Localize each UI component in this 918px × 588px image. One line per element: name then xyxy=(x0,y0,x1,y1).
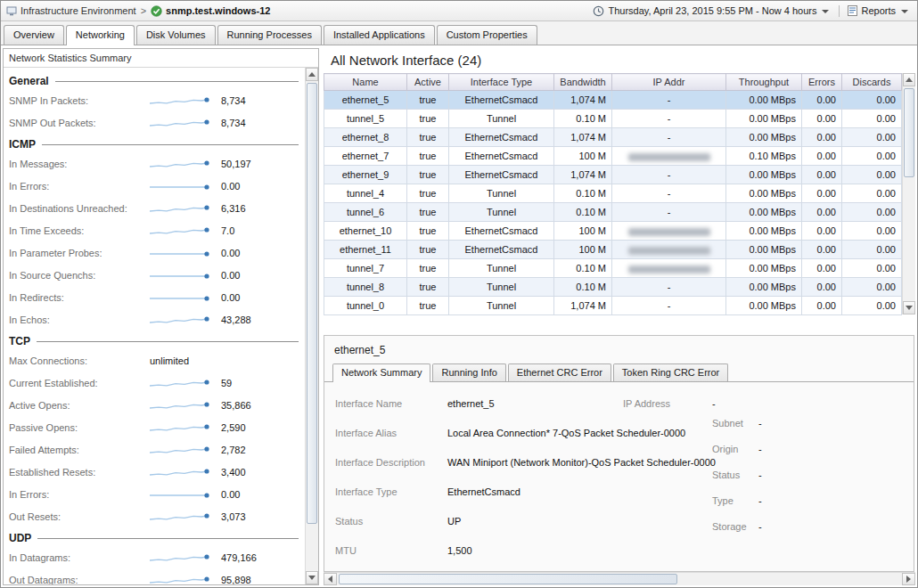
cell-interface-type[interactable]: Tunnel xyxy=(449,184,554,203)
cell-errors[interactable]: 0.00 xyxy=(802,222,842,241)
cell-throughput[interactable]: 0.00 MBps xyxy=(726,297,802,315)
cell-ip[interactable] xyxy=(612,241,726,259)
cell-bandwidth[interactable]: 0.10 M xyxy=(554,259,612,278)
table-row-tunnel_7[interactable]: tunnel_7trueTunnel0.10 M0.00 MBps0.000.0… xyxy=(324,259,902,278)
stats-scrollbar[interactable] xyxy=(305,68,318,584)
cell-ip[interactable]: - xyxy=(612,203,726,222)
cell-ip[interactable] xyxy=(612,222,726,241)
tab-custom-properties[interactable]: Custom Properties xyxy=(437,25,537,45)
cell-discards[interactable]: 0.00 xyxy=(842,259,902,278)
table-row-ethernet_7[interactable]: ethernet_7trueEthernetCsmacd100 M0.10 MB… xyxy=(324,147,902,166)
cell-throughput[interactable]: 0.10 MBps xyxy=(726,147,802,166)
cell-errors[interactable]: 0.00 xyxy=(802,241,842,259)
cell-interface-type[interactable]: EthernetCsmacd xyxy=(449,222,554,241)
cell-errors[interactable]: 0.00 xyxy=(802,203,842,222)
cell-errors[interactable]: 0.00 xyxy=(802,259,842,278)
scroll-track[interactable] xyxy=(903,86,915,301)
cell-bandwidth[interactable]: 0.10 M xyxy=(554,203,612,222)
cell-interface-type[interactable]: EthernetCsmacd xyxy=(449,147,554,166)
cell-name[interactable]: ethernet_8 xyxy=(324,128,407,147)
cell-discards[interactable]: 0.00 xyxy=(842,147,902,166)
scroll-up-button[interactable] xyxy=(306,68,318,81)
detail-tab-ethernet-crc-error[interactable]: Ethernet CRC Error xyxy=(508,363,611,381)
tab-networking[interactable]: Networking xyxy=(66,25,135,45)
time-range-selector[interactable]: Thursday, April 23, 2015 9:55 PM - Now 4… xyxy=(608,5,816,16)
column-header-discards[interactable]: Discards xyxy=(842,74,902,91)
table-row-ethernet_10[interactable]: ethernet_10trueEthernetCsmacd100 M0.00 M… xyxy=(324,222,902,241)
cell-bandwidth[interactable]: 0.10 M xyxy=(554,278,612,297)
cell-interface-type[interactable]: Tunnel xyxy=(449,110,554,128)
tab-installed-applications[interactable]: Installed Applications xyxy=(324,25,435,45)
cell-interface-type[interactable]: EthernetCsmacd xyxy=(449,128,554,147)
cell-interface-type[interactable]: EthernetCsmacd xyxy=(449,91,554,110)
cell-name[interactable]: ethernet_11 xyxy=(324,241,407,259)
cell-active[interactable]: true xyxy=(407,147,449,166)
cell-ip[interactable]: - xyxy=(612,128,726,147)
cell-name[interactable]: tunnel_5 xyxy=(324,110,407,128)
cell-active[interactable]: true xyxy=(407,297,449,315)
scroll-down-button[interactable] xyxy=(306,571,318,584)
column-header-throughput[interactable]: Throughput xyxy=(726,74,802,91)
cell-throughput[interactable]: 0.00 MBps xyxy=(726,91,802,110)
cell-errors[interactable]: 0.00 xyxy=(802,297,842,315)
column-header-errors[interactable]: Errors xyxy=(802,74,842,91)
detail-tab-network-summary[interactable]: Network Summary xyxy=(332,363,430,382)
cell-errors[interactable]: 0.00 xyxy=(802,147,842,166)
cell-discards[interactable]: 0.00 xyxy=(842,297,902,315)
cell-throughput[interactable]: 0.00 MBps xyxy=(726,222,802,241)
breadcrumb-root[interactable]: Infrastructure Environment xyxy=(20,5,136,16)
cell-bandwidth[interactable]: 100 M xyxy=(554,241,612,259)
cell-interface-type[interactable]: Tunnel xyxy=(449,297,554,315)
cell-name[interactable]: ethernet_9 xyxy=(324,166,407,184)
cell-bandwidth[interactable]: 1,074 M xyxy=(554,91,612,110)
cell-name[interactable]: tunnel_6 xyxy=(324,203,407,222)
table-scrollbar[interactable] xyxy=(902,73,915,314)
cell-ip[interactable]: - xyxy=(612,166,726,184)
cell-active[interactable]: true xyxy=(407,278,449,297)
cell-throughput[interactable]: 0.00 MBps xyxy=(726,166,802,184)
table-row-ethernet_5[interactable]: ethernet_5trueEthernetCsmacd1,074 M-0.00… xyxy=(324,91,902,110)
cell-discards[interactable]: 0.00 xyxy=(842,241,902,259)
cell-discards[interactable]: 0.00 xyxy=(842,166,902,184)
cell-ip[interactable]: - xyxy=(612,91,726,110)
cell-errors[interactable]: 0.00 xyxy=(802,166,842,184)
table-row-tunnel_6[interactable]: tunnel_6trueTunnel0.10 M-0.00 MBps0.000.… xyxy=(324,203,902,222)
table-row-ethernet_9[interactable]: ethernet_9trueEthernetCsmacd1,074 M-0.00… xyxy=(324,166,902,184)
cell-discards[interactable]: 0.00 xyxy=(842,128,902,147)
column-header-interface-type[interactable]: Interface Type xyxy=(449,74,554,91)
cell-errors[interactable]: 0.00 xyxy=(802,110,842,128)
cell-bandwidth[interactable]: 1,074 M xyxy=(554,297,612,315)
cell-discards[interactable]: 0.00 xyxy=(842,278,902,297)
cell-name[interactable]: tunnel_4 xyxy=(324,184,407,203)
detail-hscrollbar[interactable] xyxy=(324,572,915,585)
scroll-down-button[interactable] xyxy=(903,301,915,314)
cell-bandwidth[interactable]: 1,074 M xyxy=(554,166,612,184)
cell-bandwidth[interactable]: 100 M xyxy=(554,147,612,166)
cell-active[interactable]: true xyxy=(407,184,449,203)
column-header-bandwidth[interactable]: Bandwidth xyxy=(554,74,612,91)
cell-active[interactable]: true xyxy=(407,91,449,110)
cell-name[interactable]: tunnel_7 xyxy=(324,259,407,278)
cell-errors[interactable]: 0.00 xyxy=(802,278,842,297)
cell-name[interactable]: ethernet_10 xyxy=(324,222,407,241)
cell-discards[interactable]: 0.00 xyxy=(842,222,902,241)
cell-throughput[interactable]: 0.00 MBps xyxy=(726,110,802,128)
table-row-tunnel_0[interactable]: tunnel_0trueTunnel1,074 M-0.00 MBps0.000… xyxy=(324,297,902,315)
cell-throughput[interactable]: 0.00 MBps xyxy=(726,259,802,278)
scroll-left-button[interactable] xyxy=(324,573,337,585)
column-header-name[interactable]: Name xyxy=(324,74,407,91)
cell-ip[interactable] xyxy=(612,147,726,166)
cell-active[interactable]: true xyxy=(407,128,449,147)
cell-active[interactable]: true xyxy=(407,259,449,278)
cell-errors[interactable]: 0.00 xyxy=(802,128,842,147)
tab-disk-volumes[interactable]: Disk Volumes xyxy=(136,25,216,45)
cell-interface-type[interactable]: Tunnel xyxy=(449,203,554,222)
cell-throughput[interactable]: 0.00 MBps xyxy=(726,241,802,259)
cell-discards[interactable]: 0.00 xyxy=(842,91,902,110)
scroll-thumb[interactable] xyxy=(339,574,677,584)
cell-interface-type[interactable]: EthernetCsmacd xyxy=(449,166,554,184)
cell-name[interactable]: tunnel_8 xyxy=(324,278,407,297)
cell-name[interactable]: ethernet_5 xyxy=(324,91,407,110)
cell-bandwidth[interactable]: 0.10 M xyxy=(554,184,612,203)
cell-ip[interactable]: - xyxy=(612,184,726,203)
